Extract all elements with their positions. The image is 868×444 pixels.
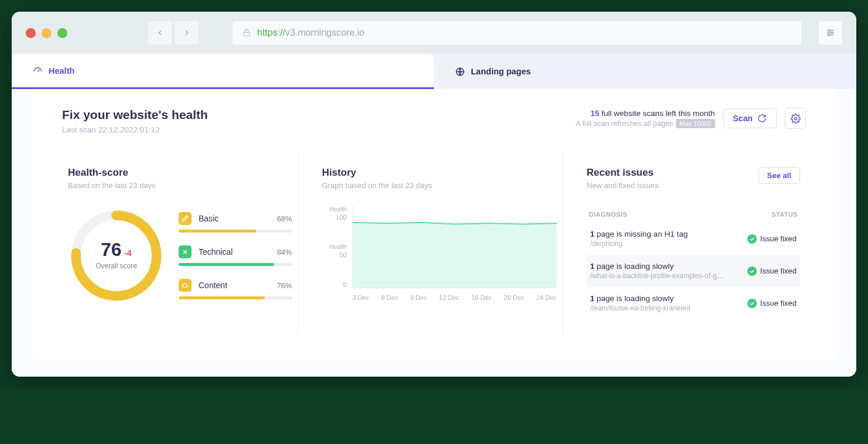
content-area: Fix your website's health Last scan 22.1… (33, 89, 835, 359)
issue-path: /team/louise-ea-belling-kraneled (590, 304, 691, 312)
gauge-icon (33, 66, 43, 76)
last-scan-text: Last scan 22.12.2022 01:12 (62, 125, 208, 134)
metric-basic: Basic68% (179, 212, 292, 233)
y-tick: 0 (343, 281, 347, 288)
col-diagnosis: DIAGNOSIS (589, 211, 627, 218)
svg-point-9 (794, 117, 797, 119)
metric-pct: 76% (277, 281, 292, 290)
health-score-panel: Health-score Based on the last 23 days 7… (62, 151, 298, 336)
tab-label: Health (49, 66, 74, 76)
issue-status: Issue fixed (747, 299, 797, 308)
x-tick: 3 Dec (353, 294, 370, 301)
svg-point-4 (828, 30, 830, 32)
browser-window: https://v3.morningscore.io Health Landin… (12, 12, 856, 377)
panel-title: History (322, 167, 557, 179)
metric-technical: Technical84% (179, 245, 292, 266)
nav-buttons (148, 21, 199, 45)
gear-icon (791, 114, 801, 124)
issue-row[interactable]: 1 page is missing an H1 tag/de/pricingIs… (587, 223, 800, 255)
check-icon (747, 267, 757, 276)
page-header: Fix your website's health Last scan 22.1… (33, 89, 835, 151)
maximize-window-dot[interactable] (57, 28, 67, 38)
x-tick: 24 Dec (536, 294, 557, 301)
main-tabs: Health Landing pages (12, 54, 856, 89)
issue-status: Issue fixed (747, 267, 797, 276)
x-tick: 16 Dec (471, 294, 492, 301)
issue-row[interactable]: 1 page is loading slowly/what-is-a-backl… (587, 255, 800, 287)
scans-left-count: 15 (590, 109, 599, 118)
browser-chrome: https://v3.morningscore.io (12, 12, 856, 54)
x-tick: 12 Dec (439, 294, 460, 301)
svg-line-7 (38, 70, 40, 71)
scan-button-label: Scan (733, 114, 753, 123)
minimize-window-dot[interactable] (42, 28, 52, 38)
panel-subtitle: Based on the last 23 days (68, 181, 292, 190)
metric-content: Content76% (179, 279, 292, 299)
recent-issues-panel: Recent issues New and fixed issues See a… (563, 151, 806, 336)
url-text: https://v3.morningscore.io (257, 28, 364, 38)
lock-icon (242, 28, 251, 37)
y-tick: 50 (330, 251, 347, 258)
metric-name: Content (199, 281, 270, 290)
metric-pct: 68% (277, 214, 292, 223)
url-bar[interactable]: https://v3.morningscore.io (233, 21, 801, 45)
svg-rect-0 (244, 32, 250, 36)
score-value: 76 (101, 238, 122, 259)
x-tick: 6 Dec (381, 294, 398, 301)
score-gauge: 76-4 Overall score (68, 207, 165, 304)
see-all-button[interactable]: See all (758, 167, 800, 184)
tab-label: Landing pages (471, 67, 531, 76)
browser-settings-button[interactable] (819, 21, 842, 45)
globe-icon (455, 67, 465, 77)
scan-info: 15 full website scans left this month A … (576, 109, 715, 128)
max-badge: Max 10000 (676, 119, 715, 128)
page-title: Fix your website's health (62, 108, 208, 122)
settings-button[interactable] (785, 108, 806, 129)
history-panel: History Graph based on the last 23 days … (298, 151, 563, 336)
panel-title: Health-score (68, 167, 292, 179)
score-delta: -4 (124, 247, 132, 257)
col-status: STATUS (771, 211, 798, 218)
tab-landing-pages[interactable]: Landing pages (434, 54, 856, 89)
issue-row[interactable]: 1 page is loading slowly/team/louise-ea-… (587, 287, 800, 319)
metric-name: Technical (199, 247, 270, 257)
issue-status: Issue fixed (747, 234, 797, 244)
scans-left-text: full website scans left this month (599, 109, 715, 118)
check-icon (747, 234, 757, 244)
app-body: Health Landing pages Fix your website's … (12, 54, 856, 377)
refresh-text: A full scan refreshes all pages (576, 119, 673, 128)
x-tick: 20 Dec (504, 294, 524, 301)
back-button[interactable] (148, 21, 172, 45)
forward-button[interactable] (175, 21, 199, 45)
pencil-icon (179, 212, 192, 225)
metric-name: Basic (199, 214, 270, 223)
panel-title: Recent issues (587, 167, 659, 179)
issues-list: 1 page is missing an H1 tag/de/pricingIs… (587, 223, 800, 319)
check-icon (747, 299, 757, 308)
panel-subtitle: New and fixed issues (587, 181, 659, 190)
tab-health[interactable]: Health (12, 54, 434, 89)
cloud-icon (179, 279, 192, 292)
panel-subtitle: Graph based on the last 23 days (322, 181, 557, 190)
x-icon (179, 245, 192, 258)
score-label: Overall score (95, 261, 137, 269)
x-tick: 9 Dec (410, 294, 427, 301)
history-chart: Health100Health500 3 Dec6 Dec9 Dec12 Dec… (322, 206, 557, 312)
metric-pct: 84% (277, 248, 292, 257)
panels-row: Health-score Based on the last 23 days 7… (33, 151, 835, 359)
metric-list: Basic68%Technical84%Content76% (179, 212, 292, 299)
scan-button[interactable]: Scan (723, 108, 777, 128)
window-controls (26, 28, 67, 38)
y-tick: 100 (330, 214, 347, 221)
sliders-icon (825, 28, 836, 38)
refresh-icon (757, 114, 767, 123)
issue-path: /de/pricing (590, 240, 688, 248)
issue-path: /what-is-a-backlink-profile-examples-of-… (590, 272, 725, 280)
close-window-dot[interactable] (26, 28, 36, 38)
svg-point-5 (831, 32, 833, 34)
svg-point-6 (828, 34, 830, 36)
